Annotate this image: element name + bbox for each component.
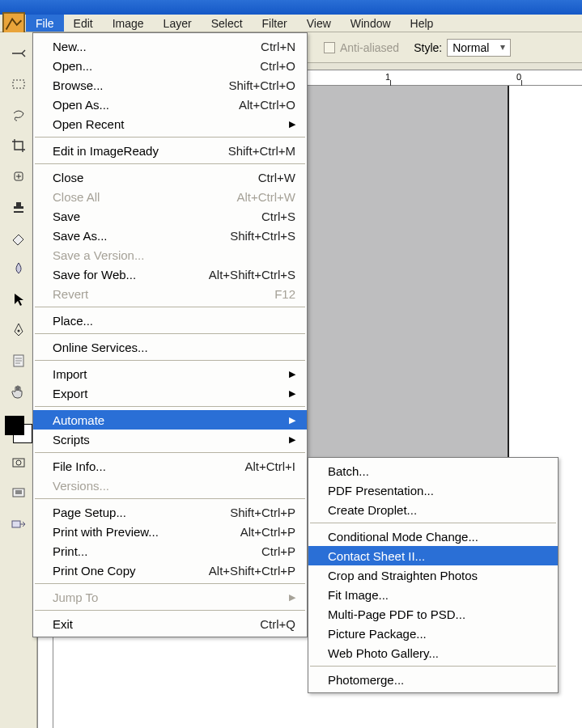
file-menu-new[interactable]: New...Ctrl+N — [33, 36, 307, 56]
automate-menu-web-photo-gallery[interactable]: Web Photo Gallery... — [308, 643, 558, 662]
airbrush-tool[interactable] — [6, 42, 32, 65]
file-menu-export[interactable]: Export▶ — [33, 383, 307, 403]
menu-shortcut: Ctrl+O — [260, 59, 295, 73]
menu-view[interactable]: View — [297, 15, 341, 32]
menu-file[interactable]: File — [26, 15, 64, 32]
file-menu-save-a-version: Save a Version... — [33, 245, 307, 265]
menu-separator — [310, 666, 556, 667]
menu-shortcut: Alt+Shift+Ctrl+P — [209, 564, 295, 578]
menu-item-label: Contact Sheet II... — [328, 549, 425, 563]
file-menu-place[interactable]: Place... — [33, 311, 307, 330]
file-menu-import[interactable]: Import▶ — [33, 364, 307, 383]
menu-separator — [310, 523, 556, 523]
automate-menu-batch[interactable]: Batch... — [308, 461, 558, 480]
file-menu-exit[interactable]: ExitCtrl+Q — [33, 614, 307, 633]
style-select[interactable]: Normal — [447, 39, 511, 57]
file-menu-file-info[interactable]: File Info...Alt+Ctrl+I — [33, 456, 307, 476]
menu-item-label: Web Photo Gallery... — [328, 646, 439, 660]
notes-tool[interactable] — [6, 349, 32, 372]
file-menu-scripts[interactable]: Scripts▶ — [33, 430, 307, 449]
menu-item-label: Automate — [53, 413, 104, 427]
file-menu-print-with-preview[interactable]: Print with Preview...Alt+Ctrl+P — [33, 522, 307, 541]
file-menu-automate[interactable]: Automate▶ — [33, 410, 307, 430]
blur-tool[interactable] — [6, 257, 32, 280]
menu-item-label: Place... — [53, 314, 93, 328]
file-menu-save[interactable]: SaveCtrl+S — [33, 206, 307, 226]
menu-separator — [35, 360, 305, 361]
submenu-arrow-icon: ▶ — [289, 434, 295, 445]
automate-menu-photomerge[interactable]: Photomerge... — [308, 670, 558, 689]
menu-help[interactable]: Help — [401, 15, 444, 32]
automate-menu-picture-package[interactable]: Picture Package... — [308, 624, 558, 643]
menubar: FileEditImageLayerSelectFilterViewWindow… — [0, 15, 582, 32]
file-menu-save-as[interactable]: Save As...Shift+Ctrl+S — [33, 226, 307, 245]
svg-rect-1 — [13, 80, 24, 88]
automate-menu-create-droplet[interactable]: Create Droplet... — [308, 500, 558, 519]
automate-menu-conditional-mode-change[interactable]: Conditional Mode Change... — [308, 527, 558, 546]
file-menu-dropdown: New...Ctrl+NOpen...Ctrl+OBrowse...Shift+… — [32, 32, 308, 637]
menu-image[interactable]: Image — [103, 15, 154, 32]
automate-menu-pdf-presentation[interactable]: PDF Presentation... — [308, 480, 558, 500]
file-menu-save-for-web[interactable]: Save for Web...Alt+Shift+Ctrl+S — [33, 265, 307, 284]
menu-layer[interactable]: Layer — [154, 15, 202, 32]
menu-item-label: Page Setup... — [53, 506, 126, 519]
file-menu-close[interactable]: CloseCtrl+W — [33, 167, 307, 187]
menu-item-label: Exit — [53, 617, 73, 631]
foreground-color-swatch[interactable] — [5, 416, 24, 435]
menu-edit[interactable]: Edit — [64, 15, 103, 32]
file-menu-page-setup[interactable]: Page Setup...Shift+Ctrl+P — [33, 502, 307, 522]
file-menu-revert: RevertF12 — [33, 284, 307, 303]
menu-shortcut: Shift+Ctrl+M — [228, 144, 295, 158]
file-menu-versions: Versions... — [33, 476, 307, 495]
file-menu-print[interactable]: Print...Ctrl+P — [33, 541, 307, 561]
automate-menu-multi-page-pdf-to-psd[interactable]: Multi-Page PDF to PSD... — [308, 604, 558, 624]
file-menu-print-one-copy[interactable]: Print One CopyAlt+Shift+Ctrl+P — [33, 561, 307, 580]
menu-item-label: Scripts — [53, 433, 90, 447]
file-menu-open[interactable]: Open...Ctrl+O — [33, 56, 307, 75]
menu-shortcut: Ctrl+N — [261, 40, 295, 53]
quickmask-toggle[interactable] — [6, 451, 32, 474]
jump-to-imageready[interactable] — [6, 513, 32, 535]
menu-window[interactable]: Window — [341, 15, 401, 32]
style-group: Style: Normal — [414, 39, 511, 57]
stamp-tool[interactable] — [6, 196, 32, 218]
menu-separator — [35, 333, 305, 334]
file-menu-open-as[interactable]: Open As...Alt+Ctrl+O — [33, 95, 307, 114]
crop-tool[interactable] — [6, 134, 32, 157]
automate-menu-fit-image[interactable]: Fit Image... — [308, 585, 558, 604]
marquee-tool[interactable] — [6, 73, 32, 95]
file-menu-online-services[interactable]: Online Services... — [33, 337, 307, 357]
checkbox-icon — [324, 42, 335, 53]
file-menu-edit-in-imageready[interactable]: Edit in ImageReadyShift+Ctrl+M — [33, 141, 307, 160]
file-menu-browse[interactable]: Browse...Shift+Ctrl+O — [33, 75, 307, 95]
file-menu-open-recent[interactable]: Open Recent▶ — [33, 114, 307, 133]
automate-menu-contact-sheet-ii[interactable]: Contact Sheet II... — [308, 546, 558, 565]
menu-select[interactable]: Select — [202, 15, 253, 32]
screenmode-toggle[interactable] — [6, 482, 32, 505]
automate-menu-crop-and-straighten-photos[interactable]: Crop and Straighten Photos — [308, 565, 558, 585]
menu-item-label: Batch... — [328, 464, 369, 478]
menu-filter[interactable]: Filter — [253, 15, 297, 32]
antialiased-checkbox[interactable]: Anti-aliased — [324, 41, 399, 54]
antialiased-label: Anti-aliased — [340, 41, 399, 54]
color-swatches[interactable] — [5, 416, 32, 443]
submenu-arrow-icon: ▶ — [289, 369, 295, 379]
eraser-tool[interactable] — [6, 226, 32, 249]
lasso-tool[interactable] — [6, 104, 32, 126]
menu-item-label: Edit in ImageReady — [53, 144, 159, 158]
hand-tool[interactable] — [6, 380, 32, 403]
menu-item-label: New... — [53, 40, 87, 53]
submenu-arrow-icon: ▶ — [289, 388, 295, 399]
pen-tool[interactable] — [6, 319, 32, 341]
menu-item-label: Jump To — [53, 590, 98, 604]
menu-item-label: Close All — [53, 190, 100, 204]
file-menu-jump-to: Jump To▶ — [33, 587, 307, 607]
menu-item-label: Open Recent — [53, 117, 124, 131]
menu-item-label: Create Droplet... — [328, 503, 417, 517]
menu-shortcut: F12 — [274, 287, 295, 301]
titlebar — [0, 0, 582, 15]
healing-tool[interactable] — [6, 165, 32, 188]
menu-shortcut: Alt+Shift+Ctrl+S — [209, 268, 295, 281]
move-arrow-tool[interactable] — [6, 288, 32, 311]
svg-rect-0 — [3, 12, 24, 33]
